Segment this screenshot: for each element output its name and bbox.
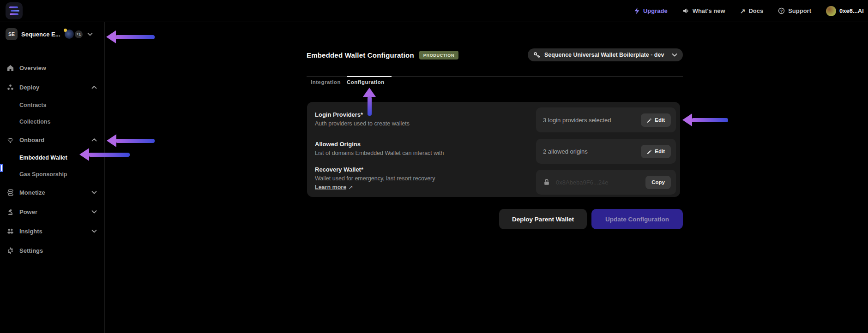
tab-label: Integration bbox=[311, 79, 341, 85]
sequence-logo[interactable] bbox=[6, 2, 23, 19]
recovery-wallet-value-row: 0x8Abeba9F6...24e Copy bbox=[536, 170, 676, 195]
key-icon bbox=[533, 52, 540, 59]
environment-badge: PRODUCTION bbox=[419, 51, 459, 59]
chevron-down-icon bbox=[87, 32, 93, 36]
sidebar-item-contracts[interactable]: Contracts bbox=[0, 97, 104, 113]
account-avatar bbox=[826, 6, 836, 16]
sidebar-item-deploy[interactable]: Deploy bbox=[0, 77, 104, 97]
chevron-down-icon bbox=[91, 190, 97, 195]
svg-text:?: ? bbox=[780, 9, 783, 13]
login-providers-value-row: 3 login providers selected Edit bbox=[536, 107, 676, 132]
edit-login-providers-button[interactable]: Edit bbox=[641, 113, 671, 127]
sidebar-item-label: Deploy bbox=[19, 84, 39, 91]
stray-cursor-artifact bbox=[0, 164, 3, 172]
field-title: Allowed Origins bbox=[315, 141, 444, 148]
sidebar-item-monetize[interactable]: Monetize bbox=[0, 183, 104, 202]
docs-link[interactable]: ↗ Docs bbox=[740, 7, 764, 15]
parachute-icon bbox=[6, 136, 14, 144]
project-name: Sequence E... bbox=[21, 31, 60, 38]
field-title: Login Providers* bbox=[315, 111, 410, 118]
project-avatar bbox=[64, 29, 74, 39]
tab-configuration[interactable]: Configuration bbox=[347, 77, 385, 87]
logo-bar bbox=[10, 13, 18, 15]
more-projects-badge: +1 bbox=[74, 30, 84, 39]
sidebar-nav: Overview Deploy Contracts Collections On… bbox=[0, 58, 104, 260]
logo-bar bbox=[11, 10, 19, 12]
allowed-origins-group: Allowed Origins List of domains Embedded… bbox=[315, 141, 444, 156]
sidebar-item-label: Onboard bbox=[19, 137, 44, 143]
sidebar-item-gas-sponsorship[interactable]: Gas Sponsorship bbox=[0, 166, 104, 183]
edit-button-label: Edit bbox=[655, 149, 665, 154]
login-providers-value: 3 login providers selected bbox=[543, 117, 641, 124]
sidebar-item-embedded-wallet[interactable]: Embedded Wallet bbox=[0, 149, 104, 166]
deploy-parent-wallet-button[interactable]: Deploy Parent Wallet bbox=[499, 209, 587, 229]
page-title: Embedded Wallet Configuration bbox=[307, 51, 414, 59]
sidebar-item-collections[interactable]: Collections bbox=[0, 113, 104, 130]
tab-integration[interactable]: Integration bbox=[311, 77, 341, 87]
gear-icon bbox=[6, 247, 14, 255]
sidebar-item-label: Overview bbox=[19, 65, 46, 71]
account-menu[interactable]: 0xe6...Al bbox=[826, 6, 868, 16]
sidebar-item-label: Gas Sponsorship bbox=[19, 171, 67, 178]
account-address: 0xe6...Al bbox=[839, 7, 868, 14]
chevron-down-icon bbox=[91, 210, 97, 214]
configuration-card: Login Providers* Auth providers used to … bbox=[307, 102, 680, 197]
pencil-icon bbox=[647, 149, 652, 154]
docs-label: Docs bbox=[748, 7, 763, 14]
sidebar-item-power[interactable]: Power bbox=[0, 202, 104, 221]
learn-more-link[interactable]: Learn more bbox=[315, 184, 346, 190]
topbar-nav: Upgrade What's new ↗ Docs ? Support 0xe6… bbox=[634, 6, 868, 16]
edit-allowed-origins-button[interactable]: Edit bbox=[641, 145, 671, 158]
login-providers-group: Login Providers* Auth providers used to … bbox=[315, 111, 410, 127]
field-description: List of domains Embedded Wallet can inte… bbox=[315, 150, 444, 156]
sidebar-item-label: Settings bbox=[19, 247, 43, 254]
external-link-icon: ↗ bbox=[348, 184, 353, 190]
field-description: Auth providers used to create wallets bbox=[315, 120, 410, 127]
sidebar: SE Sequence E... +1 Overview Deploy Cont… bbox=[0, 22, 105, 333]
lightning-icon bbox=[634, 7, 640, 14]
recovery-wallet-group: Recovery Wallet* Wallet used for emergen… bbox=[315, 166, 435, 190]
upgrade-button[interactable]: Upgrade bbox=[634, 7, 668, 14]
wallet-selector-dropdown[interactable]: Sequence Universal Wallet Boilerplate - … bbox=[528, 48, 683, 61]
megaphone-icon bbox=[682, 7, 689, 14]
wallet-selector-label: Sequence Universal Wallet Boilerplate - … bbox=[544, 52, 668, 58]
sidebar-item-label: Collections bbox=[19, 119, 50, 125]
page-header: Embedded Wallet Configuration PRODUCTION bbox=[307, 48, 458, 62]
sidebar-item-label: Power bbox=[19, 208, 37, 215]
gavel-icon bbox=[6, 208, 14, 216]
sidebar-item-label: Monetize bbox=[19, 189, 45, 196]
support-link[interactable]: ? Support bbox=[778, 7, 811, 14]
lock-icon bbox=[543, 178, 550, 186]
project-initials-chip: SE bbox=[6, 28, 18, 40]
sidebar-item-settings[interactable]: Settings bbox=[0, 241, 104, 260]
sidebar-item-label: Insights bbox=[19, 228, 42, 235]
topbar: Upgrade What's new ↗ Docs ? Support 0xe6… bbox=[0, 0, 868, 22]
status-dot bbox=[64, 29, 67, 32]
allowed-origins-value-row: 2 allowed origins Edit bbox=[536, 139, 676, 164]
tab-label: Configuration bbox=[347, 79, 385, 85]
copy-button-label: Copy bbox=[651, 179, 665, 185]
chevron-down-icon bbox=[91, 229, 97, 233]
chevron-up-icon bbox=[91, 138, 97, 142]
logo-bar bbox=[9, 6, 18, 8]
sidebar-item-onboard[interactable]: Onboard bbox=[0, 130, 104, 149]
edit-button-label: Edit bbox=[655, 117, 665, 123]
sidebar-item-insights[interactable]: Insights bbox=[0, 221, 104, 241]
chevron-up-icon bbox=[91, 85, 97, 89]
recovery-wallet-address: 0x8Abeba9F6...24e bbox=[556, 179, 645, 186]
copy-recovery-wallet-button[interactable]: Copy bbox=[645, 176, 671, 189]
allowed-origins-value: 2 allowed origins bbox=[543, 148, 641, 155]
update-configuration-button[interactable]: Update Configuration bbox=[591, 209, 683, 229]
cluster-icon bbox=[6, 83, 14, 91]
people-icon bbox=[6, 227, 14, 235]
project-selector[interactable]: SE Sequence E... +1 bbox=[0, 22, 104, 46]
home-icon bbox=[6, 64, 14, 72]
external-link-icon: ↗ bbox=[740, 7, 746, 15]
field-title: Recovery Wallet* bbox=[315, 166, 435, 173]
field-description: Wallet used for emergency, last resort r… bbox=[315, 175, 435, 182]
question-circle-icon: ? bbox=[778, 7, 785, 14]
sidebar-item-overview[interactable]: Overview bbox=[0, 58, 104, 77]
coins-icon bbox=[6, 189, 14, 196]
main-content: Embedded Wallet Configuration PRODUCTION… bbox=[105, 22, 868, 333]
whats-new-button[interactable]: What's new bbox=[682, 7, 725, 14]
